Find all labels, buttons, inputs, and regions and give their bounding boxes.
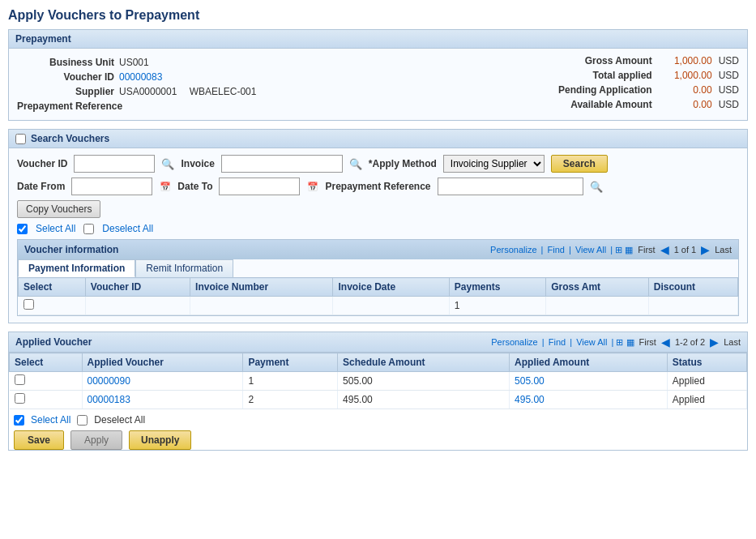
search-vouchers-body: Voucher ID 🔍 Invoice 🔍 *Apply Method Inv… — [9, 148, 747, 323]
voucher-prev-button[interactable]: ◀ — [659, 243, 671, 256]
table-row: 00000183 2 495.00 495.00 Applied — [10, 391, 747, 409]
page-title: Apply Vouchers to Prepayment — [8, 8, 748, 23]
search-vouchers-checkbox[interactable] — [15, 134, 26, 144]
bottom-bar: Select All Deselect All — [9, 409, 747, 426]
search-vouchers-section: Search Vouchers Voucher ID 🔍 Invoice 🔍 *… — [8, 129, 748, 323]
voucher-select-all-label[interactable]: Select All — [36, 223, 75, 234]
search-button[interactable]: Search — [551, 155, 608, 173]
date-to-label: Date To — [177, 181, 212, 192]
voucher-deselect-all-label[interactable]: Deselect All — [102, 223, 153, 234]
applied-voucher-link[interactable]: 00000183 — [88, 394, 130, 405]
applied-deselect-all-label[interactable]: Deselect All — [94, 414, 145, 426]
row-select — [19, 297, 86, 315]
voucher-info-table: Select Voucher ID Invoice Number Invoice… — [18, 277, 738, 315]
gross-amount-row: Gross Amount 1,000.00 USD — [387, 55, 740, 66]
voucher-id-search-icon[interactable]: 🔍 — [161, 158, 174, 170]
business-unit-value: US001 — [119, 57, 149, 68]
table-row: 1 — [19, 297, 738, 315]
applied-select-all-label[interactable]: Select All — [31, 414, 70, 426]
prepayment-ref-label: Prepayment Reference — [17, 101, 122, 112]
supplier-id: USA0000001 — [119, 86, 177, 97]
row-select-checkbox[interactable] — [23, 299, 34, 310]
applied-select-all-checkbox[interactable] — [14, 415, 24, 426]
col-discount: Discount — [648, 278, 737, 297]
voucher-info-header-row: Select Voucher ID Invoice Number Invoice… — [19, 278, 738, 297]
search-vouchers-title: Search Vouchers — [31, 133, 109, 144]
date-from-label: Date From — [17, 181, 65, 192]
applied-prev-button[interactable]: ◀ — [660, 336, 672, 349]
tab-payment-information[interactable]: Payment Information — [18, 259, 135, 277]
apply-button[interactable]: Apply — [70, 430, 122, 450]
voucher-info-section: Voucher information Personalize | Find |… — [17, 239, 739, 316]
available-amount-value: 0.00 — [656, 99, 712, 110]
row-invoice-number — [190, 297, 333, 315]
col-gross-amt: Gross Amt — [546, 278, 649, 297]
voucher-info-title: Voucher information — [24, 244, 118, 255]
voucher-tabs: Payment Information Remit Information — [18, 259, 738, 277]
applied-voucher-section: Applied Voucher Personalize | Find | Vie… — [8, 332, 748, 451]
voucher-select-all-row: Select All Deselect All — [17, 223, 739, 234]
pending-application-currency: USD — [719, 84, 739, 96]
copy-vouchers-button[interactable]: Copy Vouchers — [17, 200, 100, 218]
invoice-search-icon[interactable]: 🔍 — [349, 158, 362, 170]
unapply-button[interactable]: Unapply — [129, 430, 191, 450]
gross-amount-label: Gross Amount — [523, 55, 652, 66]
action-buttons-bar: Save Apply Unapply — [9, 426, 747, 450]
voucher-id-search-input[interactable] — [74, 155, 155, 173]
applied-last-label: Last — [724, 337, 741, 347]
date-to-calendar-icon[interactable]: 📅 — [307, 182, 318, 192]
applied-view-all-link[interactable]: View All — [576, 337, 607, 347]
applied-grid-icon-2: ▦ — [626, 337, 634, 347]
voucher-select-all-checkbox[interactable] — [17, 224, 28, 234]
business-unit-row: Business Unit US001 — [17, 55, 370, 70]
voucher-find-link[interactable]: Find — [548, 245, 565, 255]
voucher-view-all-link[interactable]: View All — [575, 245, 606, 255]
prepayment-ref-search-icon[interactable]: 🔍 — [590, 181, 603, 193]
applied-voucher-link[interactable]: 00000090 — [88, 375, 130, 387]
supplier-label: Supplier — [17, 86, 114, 97]
pending-application-row: Pending Application 0.00 USD — [387, 84, 740, 96]
grid-icon-2: ▦ — [625, 245, 633, 255]
applied-deselect-all-checkbox[interactable] — [77, 415, 88, 426]
available-amount-row: Available Amount 0.00 USD — [387, 99, 740, 110]
date-to-input[interactable] — [219, 178, 300, 195]
prepayment-ref-search-input[interactable] — [438, 178, 583, 195]
voucher-info-tbody: 1 — [19, 297, 738, 315]
applied-voucher-tbody: 00000090 1 505.00 505.00 Applied 0000018… — [10, 372, 747, 409]
voucher-id-row: Voucher ID 00000083 — [17, 70, 370, 84]
voucher-info-toolbar: Personalize | Find | View All | ⊞ ▦ Firs… — [489, 243, 732, 256]
tab-remit-information[interactable]: Remit Information — [135, 259, 233, 277]
row-discount — [648, 297, 737, 315]
applied-row-select-checkbox[interactable] — [15, 374, 25, 385]
row-payments: 1 — [449, 297, 545, 315]
row-invoice-date — [333, 297, 449, 315]
applied-next-button[interactable]: ▶ — [708, 336, 720, 349]
save-button[interactable]: Save — [14, 430, 64, 450]
prepayment-header: Prepayment — [9, 30, 747, 49]
voucher-first-label: First — [638, 245, 655, 255]
date-from-input[interactable] — [71, 178, 152, 195]
invoice-search-input[interactable] — [221, 155, 343, 173]
applied-row-applied-amount: 505.00 — [510, 372, 668, 391]
applied-col-select: Select — [10, 353, 83, 372]
invoice-search-label: Invoice — [181, 158, 214, 169]
voucher-next-button[interactable]: ▶ — [699, 243, 711, 256]
applied-col-voucher: Applied Voucher — [82, 353, 243, 372]
total-applied-row: Total applied 1,000.00 USD — [387, 70, 740, 81]
voucher-deselect-all-checkbox[interactable] — [83, 224, 94, 234]
search-row-2: Date From 📅 Date To 📅 Prepayment Referen… — [17, 178, 739, 195]
table-row: 00000090 1 505.00 505.00 Applied — [10, 372, 747, 391]
voucher-personalize-link[interactable]: Personalize — [490, 245, 536, 255]
applied-col-applied-amount: Applied Amount — [510, 353, 668, 372]
voucher-id-search-label: Voucher ID — [17, 158, 67, 169]
date-from-calendar-icon[interactable]: 📅 — [160, 182, 171, 192]
applied-find-link[interactable]: Find — [549, 337, 566, 347]
applied-row-schedule-amount: 505.00 — [338, 372, 510, 391]
apply-method-select[interactable]: Invoicing Supplier All Suppliers — [443, 155, 545, 173]
applied-row-select-checkbox[interactable] — [15, 393, 25, 404]
supplier-name: WBAELEC-001 — [190, 86, 257, 97]
applied-row-applied-amount: 495.00 — [510, 391, 668, 409]
applied-row-payment: 1 — [243, 372, 338, 391]
applied-personalize-link[interactable]: Personalize — [491, 337, 537, 347]
voucher-id-link[interactable]: 00000083 — [119, 71, 162, 83]
